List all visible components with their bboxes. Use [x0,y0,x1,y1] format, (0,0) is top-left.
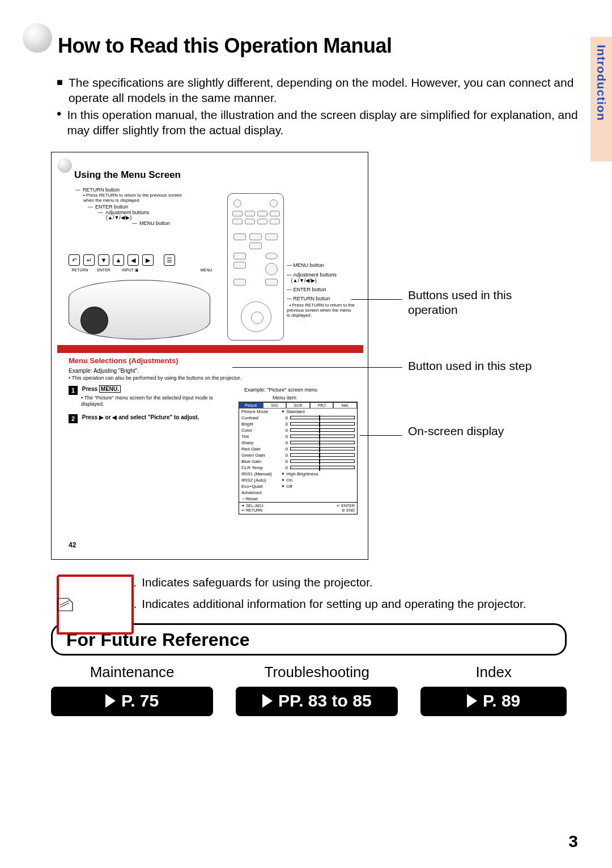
osd-row: Color0 [239,427,357,433]
square-bullet-icon: ■ [57,75,63,106]
btn-return-icon: ↶ [69,254,80,266]
reference-row: Maintenance P. 75 Troubleshooting PP. 83… [51,663,567,716]
info-text: Indicates safeguards for using the proje… [142,576,372,589]
osd-row: IRIS2 (Auto)✦ On [239,477,357,483]
projector-button-row-labels: RETURN ENTER INPUT ▣ MENU [69,268,216,273]
ref-pill-index: P. 89 [420,687,567,716]
step-1-number: 1 [69,386,78,395]
osd-row: Contrast0 [239,415,357,421]
section-tab: Introduction [590,37,612,161]
remote-adj-label: — Adjustment buttons (▲/▼/◀/▶) [287,273,337,284]
osd-tab-scr: SCR [286,402,310,409]
osd-example-label: Example: "Picture" screen menu [244,387,317,393]
page-title-row: How to Read this Operation Manual [40,34,578,58]
osd-menuitem-label: Menu item [273,395,296,401]
info-icon [57,576,70,592]
step-1: 1 Press MENU. • The "Picture" menu scree… [69,386,227,407]
osd-screen: Picture SIG SCR PRJ Net. Picture Mode✦ S… [239,402,358,514]
ref-title-troubleshooting: Troubleshooting [236,663,398,681]
btn-menu-icon: ☰ [164,254,175,266]
callout-onscreen-display: On-screen display [408,424,504,439]
btn-enter-icon: ↵ [83,254,95,266]
btn-down-icon: ▼ [98,254,109,266]
step-2-text: Press ▶ or ◀ and select "Picture" to adj… [82,414,199,420]
intro-line-2: In this operation manual, the illustrati… [67,107,578,138]
step-2: 2 Press ▶ or ◀ and select "Picture" to a… [69,414,227,423]
arrow-right-icon [105,694,116,708]
remote-illustration [227,193,284,341]
ref-pill-troubleshooting: PP. 83 to 85 [236,687,398,716]
arrow-right-icon [262,694,273,708]
osd-tabs: Picture SIG SCR PRJ Net. [239,402,357,409]
ref-col-index: Index P. 89 [420,663,567,716]
osd-tab-sig: SIG [263,402,287,409]
menu-selections-heading: Menu Selections (Adjustments) [69,356,178,365]
note-legend-row: Note ....... Indicates additional inform… [57,597,578,612]
callout-button-step: Button used in this step [408,359,532,373]
ref-title-index: Index [420,663,567,681]
intro-text: ■The specifications are slightly differe… [40,75,578,138]
osd-row: Red Gain0 [239,446,357,452]
legend-block: Info ......... Indicates safeguards for … [57,576,578,612]
step-1-desc: The "Picture" menu screen for the select… [81,395,213,407]
callout-line-1 [351,299,402,300]
callout-line-2 [232,367,402,368]
osd-row: Tint0 [239,433,357,440]
ref-col-troubleshooting: Troubleshooting PP. 83 to 85 [236,663,398,716]
page-number: 3 [568,832,578,851]
menu-button-label: MENU button [139,221,170,227]
btn-right-icon: ▶ [142,254,154,266]
osd-row: CLR Temp0 [239,465,357,471]
diagram-inset: Using the Menu Screen —RETURN button • P… [51,152,368,560]
osd-row: Blue Gain0 [239,458,357,465]
remote-menu-label: — MENU button [287,263,324,269]
dot-bullet-icon: • [57,107,61,138]
osd-tab-prj: PRJ [310,402,334,409]
osd-footer: ✦ SEL./ADJ.↩ RETURN ↵ ENTER⊖ END [239,502,357,514]
osd-row: Picture Mode✦ Standard [239,409,357,415]
osd-row: Green Gain0 [239,452,357,458]
remote-enter-label: — ENTER button [287,287,326,293]
inset-ornament-icon [57,158,72,173]
callout-line-3 [360,435,402,436]
page-title: How to Read this Operation Manual [58,34,392,58]
example-line: Example: Adjusting "Bright". [69,368,139,374]
btn-left-icon: ◀ [128,254,139,266]
arrow-right-icon [467,694,477,708]
inset-title: Using the Menu Screen [74,169,181,181]
diagram-area: Using the Menu Screen —RETURN button • P… [51,152,561,565]
example-subline: • This operation can also be performed b… [69,375,241,381]
return-button-desc: Press RETURN to return to the previous s… [83,193,182,203]
inset-page-number: 42 [69,541,76,549]
callout-buttons-operation: Buttons used in this operation [408,288,561,318]
projector-button-row: ↶ ↵ ▼ ▲ ◀ ▶ ☰ [69,254,175,266]
note-text: Indicates additional information for set… [142,597,578,611]
ref-pill-maintenance: P. 75 [51,687,213,716]
step-2-number: 2 [69,414,78,423]
osd-tab-net: Net. [333,402,357,409]
remote-return-label: — RETURN button [287,296,330,302]
projector-illustration [69,280,210,339]
title-ornament-icon [23,23,52,53]
ref-col-maintenance: Maintenance P. 75 [51,663,213,716]
osd-row: Bright0 [239,421,357,427]
note-icon [57,597,74,612]
btn-up-icon: ▲ [113,254,124,266]
intro-line-1: The specifications are slightly differen… [69,75,578,106]
osd-row: Advanced [239,490,357,496]
info-legend-row: Info ......... Indicates safeguards for … [57,576,578,592]
osd-tab-picture: Picture [239,402,263,409]
osd-row: Eco+Quiet✦ Off [239,483,357,490]
section-tab-label: Introduction [594,45,608,121]
red-divider [57,345,363,353]
osd-row: IRIS1 (Manual)✦ High Brightness [239,471,357,477]
osd-row: ↔Reset [239,496,357,502]
left-button-labels: —RETURN button • Press RETURN to return … [75,188,189,227]
remote-return-desc: • Press RETURN to return to the previous… [287,303,355,318]
osd-row: Sharp0 [239,440,357,446]
menu-key-box: MENU. [99,385,121,393]
ref-title-maintenance: Maintenance [51,663,213,681]
